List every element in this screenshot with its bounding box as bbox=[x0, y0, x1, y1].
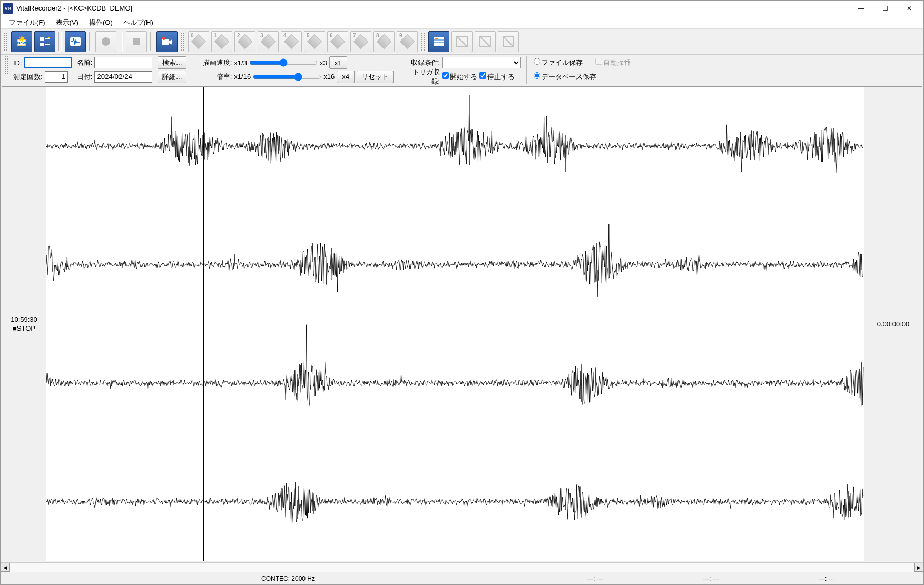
pen-0-button[interactable]: 0 bbox=[188, 31, 209, 52]
mag-x4-button[interactable]: x4 bbox=[337, 71, 355, 83]
waveform-area[interactable] bbox=[46, 87, 864, 561]
speed-max: x3 bbox=[320, 59, 327, 67]
scroll-left-button[interactable]: ◄ bbox=[1, 563, 10, 572]
view-1-button[interactable] bbox=[451, 31, 473, 52]
speed-label: 描画速度: bbox=[199, 58, 232, 67]
main-area: 10:59:30 ■STOP 0.00:00:00 bbox=[2, 86, 922, 561]
start-checkbox[interactable] bbox=[442, 72, 449, 79]
svg-marker-12 bbox=[169, 39, 172, 45]
auto-number-label[interactable]: 自動採番 bbox=[595, 58, 631, 67]
status-c1: ---: --- bbox=[576, 572, 692, 584]
stop-checkbox-label[interactable]: 停止する bbox=[479, 72, 515, 82]
search-button[interactable]: 検索... bbox=[158, 56, 186, 69]
toolbar-grip-3[interactable] bbox=[421, 32, 425, 51]
control-grip[interactable] bbox=[5, 56, 9, 75]
svg-rect-11 bbox=[162, 39, 169, 45]
auto-number-checkbox[interactable] bbox=[595, 58, 602, 65]
close-button[interactable]: ✕ bbox=[897, 1, 921, 16]
track-4 bbox=[46, 442, 864, 561]
left-status: ■STOP bbox=[13, 324, 35, 332]
db-save-radio[interactable] bbox=[534, 72, 540, 79]
svg-line-21 bbox=[480, 36, 490, 47]
svg-marker-7 bbox=[48, 36, 50, 38]
svg-rect-3 bbox=[40, 37, 44, 41]
id-input[interactable] bbox=[24, 57, 72, 68]
minimize-button[interactable]: — bbox=[849, 1, 873, 16]
status-center: CONTEC: 2000 Hz bbox=[1, 572, 576, 584]
menu-view[interactable]: 表示(V) bbox=[51, 16, 84, 29]
menu-operate[interactable]: 操作(O) bbox=[84, 16, 118, 29]
waveform-button[interactable] bbox=[65, 31, 86, 52]
file-save-radio[interactable] bbox=[534, 58, 540, 65]
count-input[interactable] bbox=[45, 71, 68, 83]
mag-min: x1/16 bbox=[234, 73, 251, 81]
cond-label: 収録条件: bbox=[406, 58, 440, 67]
record-button[interactable] bbox=[95, 31, 116, 52]
view-3-button[interactable] bbox=[498, 31, 519, 52]
pen-6-button[interactable]: 6 bbox=[327, 31, 348, 52]
mag-max: x16 bbox=[323, 73, 335, 81]
menu-file[interactable]: ファイル(F) bbox=[4, 16, 51, 29]
track-2 bbox=[46, 205, 864, 324]
svg-rect-5 bbox=[45, 38, 50, 39]
date-label: 日付: bbox=[77, 72, 93, 82]
camera-button[interactable] bbox=[156, 31, 178, 52]
speed-x1-button[interactable]: x1 bbox=[329, 56, 347, 69]
list-button[interactable] bbox=[34, 31, 55, 52]
pen-5-button[interactable]: 5 bbox=[304, 31, 325, 52]
status-c2: ---: --- bbox=[692, 572, 808, 584]
speed-slider[interactable] bbox=[249, 58, 318, 67]
new-button[interactable]: New bbox=[11, 31, 32, 52]
track-3 bbox=[46, 324, 864, 442]
status-c3: ---: --- bbox=[808, 572, 923, 584]
svg-rect-17 bbox=[435, 38, 438, 39]
mag-slider[interactable] bbox=[253, 73, 321, 81]
cond-select[interactable] bbox=[442, 57, 521, 68]
stop-checkbox[interactable] bbox=[479, 72, 486, 79]
grid-button[interactable] bbox=[428, 31, 449, 52]
name-input[interactable] bbox=[94, 57, 152, 68]
svg-rect-4 bbox=[40, 43, 44, 46]
toolbar-grip[interactable] bbox=[4, 32, 8, 51]
start-checkbox-label[interactable]: 開始する bbox=[442, 72, 477, 82]
window-title: VitalRecorder2 - [<KC>KCDB_DEMO] bbox=[16, 4, 849, 12]
svg-point-13 bbox=[162, 37, 165, 40]
left-time: 10:59:30 bbox=[11, 315, 37, 323]
pen-3-button[interactable]: 3 bbox=[258, 31, 279, 52]
count-label: 測定回数: bbox=[13, 72, 43, 82]
pen-7-button[interactable]: 7 bbox=[350, 31, 371, 52]
file-save-radio-label[interactable]: ファイル保存 bbox=[534, 58, 583, 67]
detail-button[interactable]: 詳細... bbox=[158, 71, 186, 83]
reset-button[interactable]: リセット bbox=[357, 71, 394, 83]
trigger-label: トリガ収録: bbox=[406, 67, 440, 86]
svg-point-9 bbox=[102, 37, 110, 46]
id-label: ID: bbox=[13, 59, 22, 67]
svg-rect-10 bbox=[133, 38, 140, 45]
pen-1-button[interactable]: 1 bbox=[211, 31, 232, 52]
maximize-button[interactable]: ☐ bbox=[873, 1, 897, 16]
svg-line-19 bbox=[457, 36, 467, 47]
svg-text:New: New bbox=[17, 41, 26, 45]
mag-label: 倍率: bbox=[199, 72, 232, 82]
pen-2-button[interactable]: 2 bbox=[234, 31, 255, 52]
app-icon: VR bbox=[3, 3, 13, 14]
pen-8-button[interactable]: 8 bbox=[373, 31, 395, 52]
view-2-button[interactable] bbox=[475, 31, 496, 52]
svg-line-23 bbox=[503, 36, 514, 47]
date-input[interactable] bbox=[94, 71, 152, 83]
scroll-right-button[interactable]: ► bbox=[914, 563, 923, 572]
right-elapsed: 0.00:00:00 bbox=[877, 320, 909, 328]
name-label: 名前: bbox=[77, 58, 93, 67]
pen-4-button[interactable]: 4 bbox=[281, 31, 302, 52]
svg-rect-6 bbox=[45, 44, 50, 45]
db-save-radio-label[interactable]: データベース保存 bbox=[534, 72, 596, 82]
stop-button[interactable] bbox=[126, 31, 147, 52]
speed-min: x1/3 bbox=[234, 59, 247, 67]
menu-help[interactable]: ヘルプ(H) bbox=[118, 16, 159, 29]
toolbar-grip-2[interactable] bbox=[181, 32, 185, 51]
h-scrollbar[interactable]: ◄ ► bbox=[1, 562, 923, 572]
pen-9-button[interactable]: 9 bbox=[397, 31, 418, 52]
track-1 bbox=[46, 87, 864, 205]
